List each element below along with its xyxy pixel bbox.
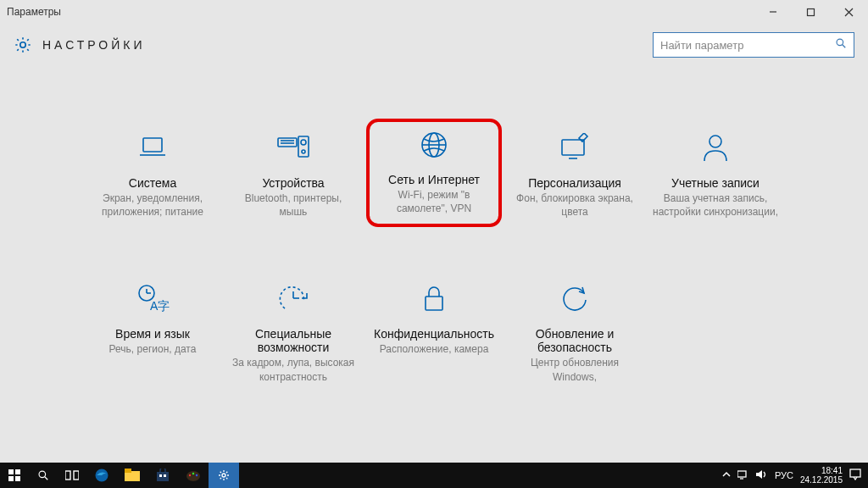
tray-time: 18:41 <box>800 466 843 475</box>
task-view-button[interactable] <box>58 463 86 488</box>
taskbar-spacer <box>239 463 715 488</box>
taskbar: РУС 18:41 24.12.2015 <box>0 463 868 488</box>
svg-rect-9 <box>278 138 297 147</box>
svg-rect-31 <box>15 476 20 481</box>
laptop-icon <box>86 130 219 166</box>
search-box[interactable] <box>653 32 854 58</box>
svg-rect-35 <box>74 471 79 480</box>
tile-label: Специальные возможности <box>227 327 359 354</box>
taskbar-app-paint[interactable] <box>178 463 209 488</box>
update-icon <box>509 281 641 317</box>
empty-cell <box>648 278 783 386</box>
window-close-button[interactable] <box>830 0 868 24</box>
tile-ease-of-access[interactable]: Специальные возможности За кадром, лупа,… <box>225 278 361 386</box>
tile-desc: Ваша учетная запись, настройки синхрониз… <box>649 191 782 219</box>
svg-rect-50 <box>850 469 860 477</box>
tile-personalization[interactable]: Персонализация Фон, блокировка экрана, ц… <box>507 127 643 227</box>
tile-desc: Wi-Fi, режим "в самолете", VPN <box>371 188 497 215</box>
svg-rect-34 <box>65 471 70 480</box>
tile-label: Конфиденциальность <box>368 327 500 341</box>
tile-label: Система <box>86 176 219 190</box>
window-titlebar: Параметры <box>0 0 868 24</box>
tile-network[interactable]: Сеть и Интернет Wi-Fi, режим "в самолете… <box>366 119 502 227</box>
svg-rect-38 <box>125 469 131 473</box>
svg-point-14 <box>302 150 305 153</box>
start-button[interactable] <box>0 463 29 488</box>
svg-rect-1 <box>808 8 815 15</box>
taskbar-app-edge[interactable] <box>86 463 117 488</box>
tile-privacy[interactable]: Конфиденциальность Расположение, камера <box>366 278 502 386</box>
svg-text:A字: A字 <box>150 299 170 313</box>
svg-point-43 <box>189 474 191 476</box>
globe-icon <box>371 127 497 163</box>
svg-rect-41 <box>164 474 166 477</box>
tile-update[interactable]: Обновление и безопасность Центр обновлен… <box>507 278 643 386</box>
settings-grid: Система Экран, уведомления, приложения; … <box>0 66 868 387</box>
tray-volume-icon[interactable] <box>756 469 768 481</box>
tile-label: Персонализация <box>509 176 641 190</box>
svg-rect-29 <box>15 469 20 474</box>
svg-rect-28 <box>8 469 14 474</box>
taskbar-app-store[interactable] <box>147 463 178 488</box>
taskbar-app-explorer[interactable] <box>117 463 147 488</box>
ease-of-access-icon <box>227 281 359 317</box>
tile-desc: Экран, уведомления, приложения; питание <box>86 191 219 219</box>
tile-label: Учетные записи <box>649 176 782 190</box>
tile-desc: За кадром, лупа, высокая контрастность <box>227 356 359 383</box>
search-input[interactable] <box>660 39 835 52</box>
window-title: Параметры <box>7 6 61 18</box>
svg-point-5 <box>837 39 843 46</box>
svg-rect-7 <box>143 138 162 152</box>
svg-point-20 <box>709 136 721 147</box>
tile-devices[interactable]: Устройства Bluetooth, принтеры, мышь <box>225 127 361 227</box>
window-minimize-button[interactable] <box>754 0 792 24</box>
tile-label: Обновление и безопасность <box>509 327 641 354</box>
time-language-icon: A字 <box>86 281 219 317</box>
svg-line-6 <box>843 45 846 48</box>
tile-system[interactable]: Система Экран, уведомления, приложения; … <box>85 127 220 227</box>
settings-header: НАСТРОЙКИ <box>0 24 868 66</box>
tile-desc: Речь, регион, дата <box>86 342 219 356</box>
svg-rect-18 <box>562 140 584 155</box>
tray-notifications-icon[interactable] <box>849 469 861 482</box>
taskbar-app-settings[interactable] <box>209 463 239 488</box>
gear-icon <box>14 36 32 54</box>
svg-rect-27 <box>426 297 442 310</box>
svg-rect-30 <box>8 476 14 481</box>
tile-label: Время и язык <box>86 327 219 341</box>
system-tray[interactable]: РУС 18:41 24.12.2015 <box>715 463 868 488</box>
tray-network-icon[interactable] <box>737 469 749 481</box>
svg-point-46 <box>222 474 225 477</box>
tray-chevron-up-icon[interactable] <box>722 470 731 480</box>
user-icon <box>649 130 782 166</box>
svg-rect-39 <box>157 472 169 481</box>
svg-point-44 <box>192 473 194 474</box>
tile-desc: Центр обновления Windows, <box>509 356 641 383</box>
tile-label: Сеть и Интернет <box>371 173 497 186</box>
svg-point-45 <box>196 474 198 476</box>
svg-rect-40 <box>159 474 162 477</box>
tray-date: 24.12.2015 <box>800 475 843 485</box>
svg-point-42 <box>186 471 200 481</box>
svg-line-33 <box>45 477 48 480</box>
tile-desc: Bluetooth, принтеры, мышь <box>227 191 359 219</box>
tile-desc: Расположение, камера <box>368 342 500 356</box>
search-icon <box>835 37 847 53</box>
tray-language[interactable]: РУС <box>775 470 793 480</box>
lock-icon <box>368 281 500 317</box>
svg-marker-49 <box>756 470 762 479</box>
tile-time-language[interactable]: A字 Время и язык Речь, регион, дата <box>85 278 220 386</box>
window-maximize-button[interactable] <box>792 0 830 24</box>
taskbar-search-button[interactable] <box>29 463 58 488</box>
personalization-icon <box>509 130 641 166</box>
svg-point-4 <box>20 42 25 47</box>
tile-label: Устройства <box>227 176 359 190</box>
devices-icon <box>227 130 359 166</box>
tile-accounts[interactable]: Учетные записи Ваша учетная запись, наст… <box>648 127 783 227</box>
tile-desc: Фон, блокировка экрана, цвета <box>509 191 641 219</box>
tray-clock[interactable]: 18:41 24.12.2015 <box>800 466 843 485</box>
svg-rect-47 <box>737 471 746 477</box>
page-title: НАСТРОЙКИ <box>42 38 146 52</box>
svg-point-13 <box>301 140 306 145</box>
svg-point-32 <box>39 471 46 478</box>
